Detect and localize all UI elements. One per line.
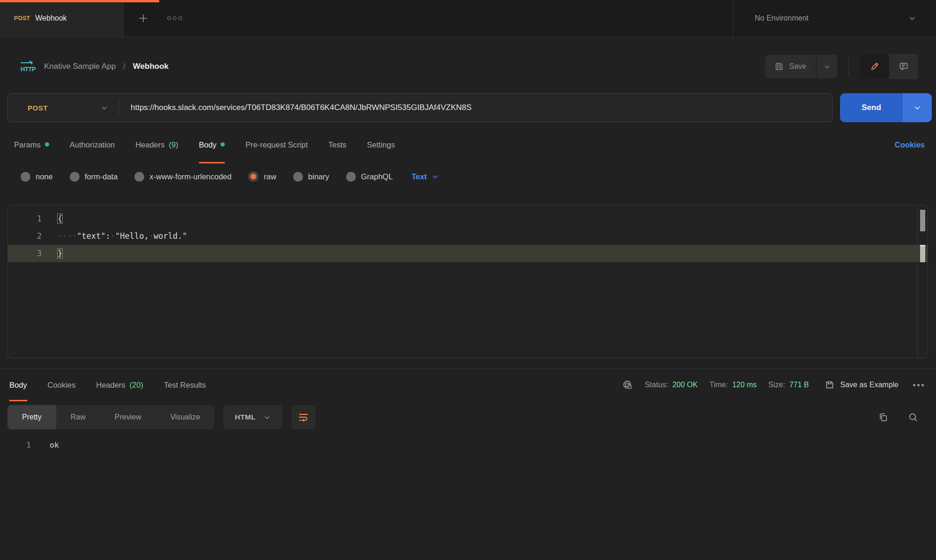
save-label: Save [789,62,806,71]
radio-icon [70,172,80,182]
tab-tests[interactable]: Tests [328,126,346,163]
tab-body[interactable]: Body [199,126,225,163]
response-tab-headers[interactable]: Headers (20) [96,368,143,401]
divider [848,57,849,76]
radio-selected-icon [248,171,258,182]
response-options-button[interactable] [913,384,924,386]
tab-settings[interactable]: Settings [367,126,395,163]
send-options-button[interactable] [903,93,932,122]
radio-form-data[interactable]: form-data [70,172,118,182]
request-tab[interactable]: POST Webhook [0,0,124,37]
time-value: 120 ms [732,381,757,389]
header-actions: Save [765,54,918,79]
response-body[interactable]: 1 ok [0,441,936,449]
url-input[interactable]: https://hooks.slack.com/services/T06TD83… [119,103,472,112]
method-selector[interactable]: POST [8,104,118,112]
search-button[interactable] [908,412,918,422]
response-meta: Status: 200 OK Time: 120 ms Size: 771 B … [622,379,924,391]
breadcrumb-separator: / [123,62,125,71]
editor-line[interactable]: 2····"text":·"Hello,·world." [8,228,928,245]
editor-line[interactable]: 3} [8,245,928,262]
tab-params[interactable]: Params [14,126,49,163]
view-preview[interactable]: Preview [100,405,156,429]
editor-line[interactable]: 1{ [8,210,928,228]
send-button[interactable]: Send [840,93,903,122]
radio-x-www-form-urlencoded[interactable]: x-www-form-urlencoded [134,172,231,182]
response-format-selector[interactable]: HTML [223,405,282,429]
radio-none[interactable]: none [21,172,53,182]
environment-selector[interactable]: No Environment [733,0,936,37]
radio-label: binary [308,172,329,181]
radio-graphql[interactable]: GraphQL [346,172,393,182]
save-options-button[interactable] [816,55,837,78]
wrap-text-icon [298,412,309,423]
radio-icon [346,172,356,182]
raw-format-selector[interactable]: Text [412,172,439,181]
radio-label: raw [264,172,276,181]
green-dot-indicator [45,142,49,147]
copy-button[interactable] [878,412,888,422]
status-value: 200 OK [672,381,698,389]
editor-scrollbar[interactable] [917,206,928,358]
tab-label: Cookies [48,381,76,390]
response-toolbar: Pretty Raw Preview Visualize HTML [7,405,918,429]
scrollbar-cursor-mark [920,245,925,262]
response-body-actions [878,412,918,422]
code-text: ····"text":·"Hello,·world." [42,228,187,245]
tab-options-button[interactable] [167,16,182,20]
chevron-down-icon [908,14,916,22]
save-as-example-button[interactable]: Save as Example [825,380,899,390]
save-split-button: Save [765,55,837,78]
tab-label: Body [199,140,217,149]
request-body-editor[interactable]: 1{2····"text":·"Hello,·world."3} [7,205,928,358]
scrollbar-thumb[interactable] [920,210,925,231]
request-tabs: Params Authorization Headers (9) Body Pr… [0,126,936,163]
view-visualize[interactable]: Visualize [156,405,215,429]
tab-label: Settings [367,140,395,149]
edit-mode-button[interactable] [860,54,889,79]
tab-count: (20) [130,381,143,390]
response-view-group: Pretty Raw Preview Visualize [7,405,214,429]
tab-title: Webhook [35,14,66,22]
tab-label: Tests [328,140,346,149]
tab-strip: POST Webhook No Environment [0,0,936,37]
tab-authorization[interactable]: Authorization [70,126,115,163]
request-url-row: POST https://hooks.slack.com/services/T0… [0,89,936,126]
pane-toggle-group [860,54,918,79]
time-label: Time: [709,381,728,389]
cookies-link[interactable]: Cookies [895,140,925,149]
radio-label: x-www-form-urlencoded [149,172,231,181]
breadcrumb-collection[interactable]: Knative Sample App [44,62,116,71]
response-tab-test-results[interactable]: Test Results [164,368,206,401]
save-button[interactable]: Save [765,55,816,78]
line-number: 3 [8,245,42,262]
new-tab-button[interactable] [138,13,148,23]
body-type-selector: none form-data x-www-form-urlencoded raw… [0,163,936,190]
wrap-lines-button[interactable] [291,405,316,429]
network-info-button[interactable] [622,379,633,391]
editor-lines: 1{2····"text":·"Hello,·world."3} [8,206,928,262]
chevron-down-icon [823,63,831,71]
line-number: 1 [8,210,42,228]
view-pretty[interactable]: Pretty [7,405,56,429]
line-number: 1 [0,441,31,449]
tab-pre-request-script[interactable]: Pre-request Script [245,126,308,163]
comment-icon [899,61,909,72]
comments-button[interactable] [889,54,918,79]
radio-label: none [36,172,53,181]
tab-headers[interactable]: Headers (9) [135,126,178,163]
response-tab-cookies[interactable]: Cookies [48,368,76,401]
tab-label: Params [14,140,41,149]
radio-binary[interactable]: binary [293,172,329,182]
radio-raw[interactable]: raw [248,171,276,182]
active-tab-indicator [0,0,159,2]
method-label: POST [28,104,48,112]
tab-actions [138,13,182,23]
size-label: Size: [768,381,785,389]
line-number: 2 [8,228,42,245]
tab-label: Headers [135,140,164,149]
response-tab-body[interactable]: Body [9,368,27,401]
http-request-icon: HTTP [18,59,37,74]
view-raw[interactable]: Raw [56,405,100,429]
breadcrumb-request-name[interactable]: Webhook [133,62,169,71]
